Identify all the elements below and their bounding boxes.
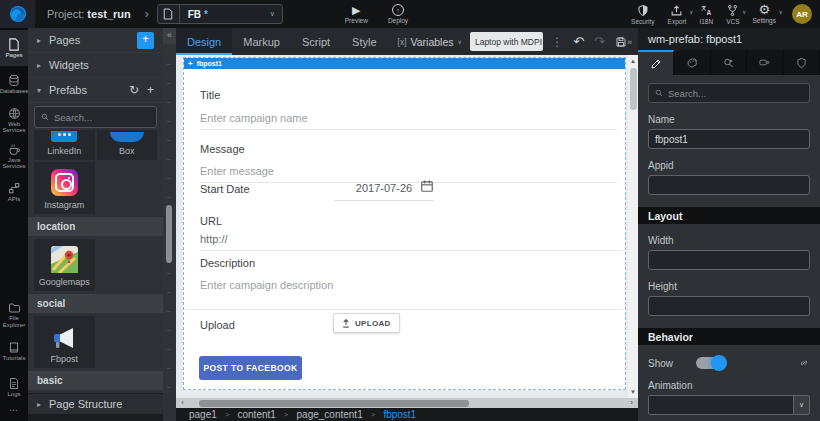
scroll-down-icon[interactable]: ▼ (628, 386, 638, 398)
breadcrumb-fbpost1[interactable]: fbpost1 (383, 409, 416, 420)
animation-select[interactable]: ∨ (648, 395, 810, 415)
width-field[interactable] (648, 250, 810, 270)
title-input[interactable]: Enter campaign name (200, 112, 308, 124)
section-pages[interactable]: ▸ Pages + (28, 28, 163, 53)
tab-markup[interactable]: Markup (232, 28, 291, 55)
device-select[interactable]: Laptop with MDPI Screen ∨ (470, 32, 543, 51)
coffee-icon (8, 143, 21, 156)
book-icon (8, 341, 20, 354)
save-icon (615, 36, 627, 48)
tab-events[interactable] (711, 50, 747, 75)
start-date-input[interactable]: 2017-07-26 (334, 182, 434, 194)
widget-selection-header[interactable]: + fbpost1 (184, 58, 625, 69)
user-avatar[interactable]: AR (792, 4, 812, 24)
name-field[interactable] (648, 129, 810, 149)
scroll-left-icon[interactable]: ‹ (176, 398, 189, 408)
kebab-menu-icon[interactable]: ⋮ (551, 35, 563, 49)
tab-media[interactable] (747, 50, 783, 75)
section-widgets[interactable]: ▸ Widgets (28, 53, 163, 78)
message-label: Message (200, 143, 245, 155)
url-input[interactable]: http:// (200, 233, 228, 245)
tab-design[interactable]: Design (176, 28, 232, 55)
page-tab-dropdown[interactable]: FB * ∨ (157, 4, 283, 24)
play-icon: ▶ (352, 5, 360, 16)
redo-button[interactable]: ↷ (594, 35, 605, 48)
modified-indicator: * (204, 9, 208, 20)
deploy-button[interactable]: ↑ Deploy (388, 4, 408, 24)
breadcrumb-content1[interactable]: content1 (237, 409, 275, 420)
refresh-prefabs-button[interactable]: ↻ (129, 83, 139, 97)
rail-item-file-explorer[interactable]: File Explorer (0, 297, 28, 333)
section-prefabs[interactable]: ▾ Prefabs ↻ + (28, 78, 163, 103)
calendar-icon[interactable] (420, 179, 434, 193)
translate-icon: A (700, 4, 713, 17)
prefab-tile-instagram[interactable]: Instagram (34, 162, 95, 214)
variables-button[interactable]: [x] Variables ∨ (398, 36, 462, 48)
tab-script[interactable]: Script (291, 28, 341, 55)
post-to-facebook-button[interactable]: POST TO FACEBOOK (199, 356, 302, 380)
rail-item-pages[interactable]: Pages (0, 30, 28, 66)
tab-styles[interactable] (674, 50, 710, 75)
more-options-icon[interactable]: ⋯ (0, 405, 28, 421)
canvas-vertical-scrollbar[interactable]: ▲ ▼ (628, 55, 638, 398)
canvas-horizontal-scrollbar[interactable]: ‹ › (176, 398, 638, 408)
breadcrumb-page1[interactable]: page1 (189, 409, 217, 420)
show-toggle[interactable] (696, 357, 726, 369)
wavemaker-logo[interactable] (0, 0, 35, 28)
fbpost-widget-selection[interactable]: + fbpost1 Title Enter campaign name Mess… (183, 57, 626, 390)
rail-item-web-services[interactable]: Web Services (0, 102, 28, 138)
vcs-button[interactable]: ∨ VCS (726, 4, 739, 25)
add-page-button[interactable]: + (137, 32, 154, 49)
bind-property-icon[interactable] (798, 357, 810, 369)
height-field[interactable] (648, 296, 810, 316)
prefab-tile-linkedin[interactable]: LinkedIn (34, 130, 95, 160)
rail-item-databases[interactable]: Databases (0, 66, 28, 102)
tab-security[interactable] (784, 50, 820, 75)
upload-button[interactable]: UPLOAD (333, 313, 400, 333)
rail-item-apis[interactable]: APIs (0, 174, 28, 210)
message-input[interactable]: Enter message (200, 165, 274, 177)
horizontal-scroll-track[interactable] (189, 398, 625, 408)
svg-text:A: A (706, 9, 711, 16)
expand-toolbar-icon[interactable]: » (627, 37, 632, 47)
add-prefab-button[interactable]: + (147, 83, 154, 97)
chevron-down-icon: ∨ (793, 396, 809, 414)
preview-button[interactable]: ▶ Preview (345, 4, 368, 24)
scroll-right-icon[interactable]: › (625, 398, 638, 408)
tab-properties[interactable] (638, 50, 674, 75)
i18n-button[interactable]: A I18N (699, 4, 713, 25)
appid-label: Appid (648, 160, 810, 171)
prefab-tile-googlemaps[interactable]: Googlemaps (34, 239, 95, 291)
collapse-panel-button[interactable]: « (163, 28, 176, 44)
breadcrumb-page-content1[interactable]: page_content1 (297, 409, 363, 420)
scroll-up-icon[interactable]: ▲ (628, 55, 638, 67)
canvas-column: Design Markup Script Style [x] Variables… (176, 28, 638, 421)
prefab-search-input[interactable]: Search... (34, 106, 157, 128)
appid-field[interactable] (648, 175, 810, 195)
log-file-icon (8, 377, 20, 390)
save-button[interactable] (615, 36, 627, 48)
canvas-ruler: « (163, 28, 176, 398)
rail-item-java-services[interactable]: Java Services (0, 138, 28, 174)
prefab-tile-box[interactable]: Box (97, 130, 158, 160)
show-label: Show (648, 358, 696, 369)
rail-item-logs[interactable]: Logs (0, 369, 28, 405)
tab-style[interactable]: Style (341, 28, 387, 55)
settings-button[interactable]: ⚙ ∨ Settings (753, 4, 777, 24)
prefab-tile-fbpost[interactable]: Fbpost (34, 316, 95, 368)
pencil-icon (650, 58, 662, 70)
property-search-input[interactable]: Search... (648, 83, 810, 103)
undo-button[interactable]: ↶ (573, 35, 584, 48)
design-canvas[interactable]: + fbpost1 Title Enter campaign name Mess… (176, 55, 638, 398)
horizontal-scroll-thumb[interactable] (199, 400, 469, 407)
ruler-scrollbar-thumb[interactable] (166, 205, 172, 263)
left-panel: ▸ Pages + ▸ Widgets ▾ Prefabs ↻ + Search… (28, 28, 163, 421)
security-button[interactable]: Security (631, 4, 654, 25)
export-icon (670, 4, 683, 17)
rail-item-tutorials[interactable]: Tutorials (0, 333, 28, 369)
export-button[interactable]: ∨ Export (668, 4, 687, 25)
description-input[interactable]: Enter campaign description (200, 279, 333, 291)
globe-icon (8, 107, 21, 120)
vertical-scroll-thumb[interactable] (630, 68, 637, 110)
section-page-structure[interactable]: ▸ Page Structure (28, 393, 163, 414)
